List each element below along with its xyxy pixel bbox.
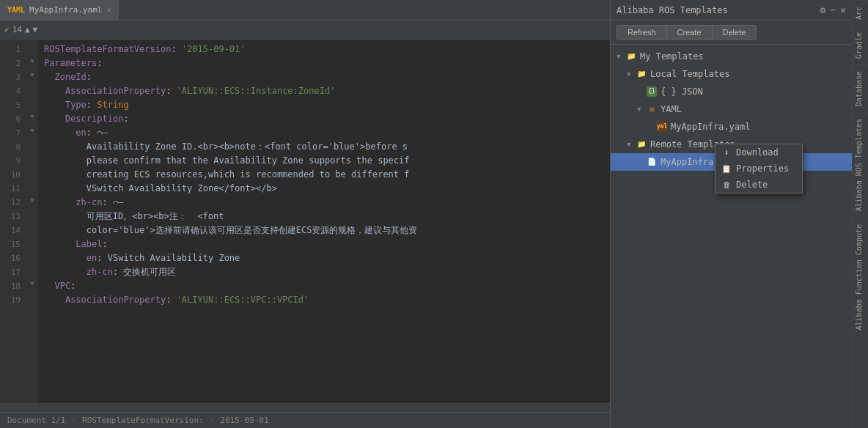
status-bar: Document 1/1 › ROSTemplateFormatVersion:… [0, 412, 610, 428]
ctx-delete-icon: 🗑 [721, 180, 732, 190]
yaml-label: YAML [661, 102, 682, 117]
check-icon: ✔ [4, 25, 10, 34]
local-templates-arrow: ▼ [627, 67, 636, 81]
ctx-delete-label: Delete [736, 180, 768, 190]
yaml-arrow: ▼ [637, 102, 646, 117]
minimize-icon[interactable]: − [830, 4, 836, 15]
code-editor[interactable]: 12345 678910 1112131415 16171819 ▼ ▼ ▼ ▼… [0, 40, 610, 403]
fold-17 [26, 262, 38, 276]
tree-item-yaml-file[interactable]: yml MyAppInfra.yaml [611, 118, 852, 136]
ros-header-icons: ⚙ − ✕ [820, 4, 846, 15]
refresh-button[interactable]: Refresh [617, 25, 667, 40]
ros-panel-header: Alibaba ROS Templates ⚙ − ✕ [611, 0, 852, 21]
context-menu: ⬇ Download 📋 Properties 🗑 Delete [715, 144, 803, 193]
down-arrow-icon[interactable]: ▼ [33, 25, 38, 34]
side-tab-gradle[interactable]: Gradle [853, 26, 868, 64]
horizontal-scrollbar[interactable] [0, 403, 610, 412]
status-sep-2: › [210, 416, 215, 425]
fold-14 [26, 221, 38, 235]
fold-2[interactable]: ▼ [26, 54, 38, 67]
yaml-file-icon: yml [656, 121, 668, 133]
fold-13 [26, 207, 38, 221]
fold-gutter: ▼ ▼ ▼ ▼ ▼ ▼ [26, 40, 38, 403]
tree-item-yaml[interactable]: ▼ ≡ YAML [611, 100, 852, 118]
remote-templates-folder-icon: 📁 [636, 139, 647, 150]
my-templates-arrow: ▼ [617, 49, 625, 64]
ctx-delete[interactable]: 🗑 Delete [716, 177, 802, 193]
my-templates-folder-icon: 📁 [625, 51, 637, 62]
ros-templates-panel: Alibaba ROS Templates ⚙ − ✕ Refresh Crea… [610, 0, 852, 428]
side-tab-alibaba-ros[interactable]: Alibaba ROS Templates [853, 112, 868, 217]
create-button[interactable]: Create [667, 25, 713, 40]
editor-tab-myappinfra[interactable]: YAML MyAppInfra.yaml × [0, 0, 119, 20]
close-panel-icon[interactable]: ✕ [840, 4, 846, 15]
remote-templates-arrow: ▼ [627, 137, 636, 152]
fold-7[interactable]: ▼ [26, 123, 38, 137]
fold-12[interactable]: ▼ [26, 193, 38, 207]
side-tab-alibaba-fc[interactable]: Alibaba Function Compute [853, 218, 868, 336]
editor-panel: YAML MyAppInfra.yaml × ✔ 14 ▲ ▼ 12345 67… [0, 0, 610, 428]
tree-item-my-templates[interactable]: ▼ 📁 My Templates [611, 48, 852, 65]
fold-1 [26, 40, 38, 54]
fold-9 [26, 151, 38, 165]
remote-file-icon: 📄 [646, 156, 658, 168]
ros-toolbar: Refresh Create Delete [611, 21, 852, 45]
fold-15 [26, 235, 38, 248]
fold-3[interactable]: ▼ [26, 67, 38, 81]
delete-button[interactable]: Delete [713, 25, 757, 40]
ctx-download-label: Download [736, 147, 779, 158]
fold-16 [26, 248, 38, 262]
properties-icon: 📋 [721, 163, 732, 174]
fold-6[interactable]: ▼ [26, 109, 38, 123]
fold-19 [26, 290, 38, 304]
line-count: 14 [12, 25, 22, 34]
tab-close-button[interactable]: × [106, 6, 111, 14]
editor-toolbar: ✔ 14 ▲ ▼ [0, 21, 610, 40]
ros-panel-title: Alibaba ROS Templates [617, 5, 728, 15]
side-tab-database[interactable]: Database [853, 64, 868, 112]
json-label: { } JSON [661, 84, 703, 99]
fold-4 [26, 81, 38, 95]
doc-info: Document 1/1 [7, 416, 65, 425]
side-tab-arc[interactable]: Arc [853, 0, 868, 26]
fold-11 [26, 179, 38, 193]
fold-18[interactable]: ▼ [26, 276, 38, 290]
breadcrumb-2: 2015-09-01 [220, 416, 268, 425]
ctx-download[interactable]: ⬇ Download [716, 144, 802, 160]
tree-item-local-templates[interactable]: ▼ 📁 Local Templates [611, 65, 852, 83]
status-sep-1: › [71, 416, 76, 425]
yaml-folder-icon: ≡ [646, 103, 658, 115]
tab-filename: MyAppInfra.yaml [29, 5, 102, 15]
ctx-properties-label: Properties [736, 163, 789, 174]
yaml-file-label: MyAppInfra.yaml [671, 119, 750, 134]
local-templates-label: Local Templates [650, 67, 729, 81]
download-icon: ⬇ [721, 147, 732, 158]
breadcrumb-1: ROSTemplateFormatVersion: [82, 416, 204, 425]
yaml-tab-icon: YAML [7, 6, 25, 14]
ros-tree: ▼ 📁 My Templates ▼ 📁 Local Templates {} … [611, 45, 852, 428]
local-templates-folder-icon: 📁 [636, 68, 647, 80]
main-wrapper: YAML MyAppInfra.yaml × ✔ 14 ▲ ▼ 12345 67… [0, 0, 868, 428]
up-arrow-icon[interactable]: ▲ [25, 25, 30, 34]
line-numbers: 12345 678910 1112131415 16171819 [0, 40, 26, 403]
fold-8 [26, 137, 38, 151]
json-icon: {} [646, 86, 658, 97]
code-content[interactable]: ROSTemplateFormatVersion: '2015-09-01' P… [38, 40, 610, 403]
right-side-tabs: Arc Gradle Database Alibaba ROS Template… [852, 0, 868, 428]
my-templates-label: My Templates [640, 49, 704, 64]
editor-tabs: YAML MyAppInfra.yaml × [0, 0, 610, 21]
fold-5 [26, 95, 38, 109]
ctx-properties[interactable]: 📋 Properties [716, 160, 802, 177]
tree-item-json[interactable]: {} { } JSON [611, 83, 852, 100]
gear-icon[interactable]: ⚙ [820, 4, 826, 15]
fold-10 [26, 165, 38, 179]
